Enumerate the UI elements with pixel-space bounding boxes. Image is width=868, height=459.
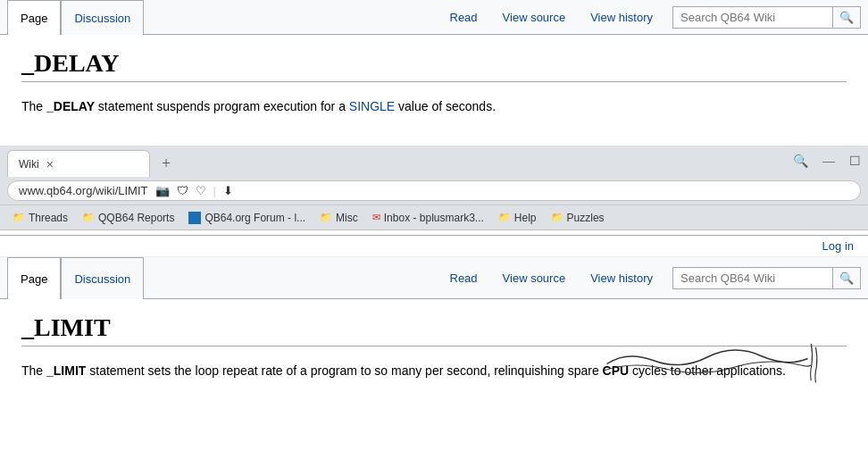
bookmark-inbox[interactable]: ✉ Inbox - bplusmark3... <box>367 210 489 226</box>
bg-action-view-source[interactable]: View source <box>490 0 579 34</box>
browser-bookmarks-bar: 📁 Threads 📁 QQB64 Reports QB64.org Forum… <box>0 204 868 230</box>
browser-tab-label: Wiki <box>19 158 39 171</box>
download-icon[interactable]: ⬇ <box>223 184 233 197</box>
address-bar[interactable]: www.qb64.org/wiki/LIMIT 📷 🛡 ♡ | ⬇ <box>7 180 861 201</box>
puzzles-icon: 📁 <box>551 212 563 223</box>
qb64forum-icon <box>188 212 201 224</box>
fg-search-box: 🔍 <box>672 267 861 289</box>
fg-wiki-page: Log in Page Discussion Read View source <box>0 235 868 402</box>
fg-action-read[interactable]: Read <box>438 257 490 298</box>
bg-tab-discussion[interactable]: Discussion <box>61 0 144 35</box>
search-control-icon[interactable]: 🔍 <box>793 154 808 169</box>
separator: | <box>213 184 216 197</box>
fg-page-label: Page <box>21 272 47 286</box>
help-icon: 📁 <box>498 212 511 223</box>
fg-keyword-limit: _LIMIT <box>46 363 86 378</box>
bookmark-qqb64-label: QQB64 Reports <box>98 212 174 224</box>
misc-icon: 📁 <box>320 212 332 223</box>
fg-discussion-label: Discussion <box>74 272 130 286</box>
bg-page-label: Page <box>21 12 47 25</box>
fg-action-view-source[interactable]: View source <box>490 257 579 298</box>
bg-discussion-label: Discussion <box>74 12 130 25</box>
bg-wiki-actions: Read View source View history 🔍 <box>438 0 869 34</box>
bookmark-qqb64[interactable]: 📁 QQB64 Reports <box>77 210 179 226</box>
bookmark-misc[interactable]: 📁 Misc <box>314 210 363 226</box>
signature-decoration <box>564 330 850 384</box>
heart-icon[interactable]: ♡ <box>196 184 206 197</box>
address-icons: 📷 🛡 ♡ | ⬇ <box>155 184 233 197</box>
fg-login-area: Log in <box>0 236 868 257</box>
bg-top-bar: Page Discussion Read View source View hi… <box>0 0 868 35</box>
fg-search-button[interactable]: 🔍 <box>833 267 861 289</box>
bg-wiki-content: _DELAY The _DELAY statement suspends pro… <box>0 35 868 138</box>
bg-search-box: 🔍 <box>672 6 861 29</box>
browser-tab-close[interactable]: × <box>46 157 54 171</box>
maximize-icon[interactable]: ☐ <box>849 154 861 169</box>
fg-top-bar: Page Discussion Read View source View hi… <box>0 257 868 299</box>
browser-new-tab-button[interactable]: + <box>154 151 179 176</box>
bg-action-read[interactable]: Read <box>438 0 490 34</box>
fg-login-link[interactable]: Log in <box>822 239 854 253</box>
browser-controls: 🔍 — ☐ <box>793 154 861 169</box>
bookmark-help-label: Help <box>514 212 537 224</box>
threads-icon: 📁 <box>13 212 25 223</box>
bg-action-view-history[interactable]: View history <box>578 0 665 34</box>
bookmark-threads[interactable]: 📁 Threads <box>7 210 73 226</box>
shield-icon[interactable]: 🛡 <box>177 184 188 197</box>
camera-icon[interactable]: 📷 <box>155 184 170 197</box>
bg-page-title: _DELAY <box>21 49 847 82</box>
bg-link-single[interactable]: SINGLE <box>349 99 395 113</box>
bookmark-puzzles-label: Puzzles <box>567 212 605 224</box>
bg-keyword-delay: _DELAY <box>46 99 95 113</box>
bookmark-misc-label: Misc <box>336 212 358 224</box>
bookmark-puzzles[interactable]: 📁 Puzzles <box>546 210 610 226</box>
qqb64-icon: 📁 <box>82 212 95 223</box>
fg-action-view-history[interactable]: View history <box>578 257 665 298</box>
bg-text-execution: execution <box>263 99 317 113</box>
bookmark-threads-label: Threads <box>29 212 68 224</box>
bg-page-description: The _DELAY statement suspends program ex… <box>21 96 847 116</box>
bookmark-help[interactable]: 📁 Help <box>493 210 542 226</box>
browser-chrome: Wiki × + 🔍 — ☐ www.qb64.org/wiki/LIMIT 📷… <box>0 146 868 230</box>
bg-tab-page[interactable]: Page <box>7 0 61 35</box>
bookmark-qb64forum[interactable]: QB64.org Forum - l... <box>183 210 311 226</box>
fg-wiki-actions: Read View source View history 🔍 <box>438 257 869 298</box>
bookmark-inbox-label: Inbox - bplusmark3... <box>384 212 484 224</box>
browser-tab-wiki[interactable]: Wiki × <box>7 150 150 177</box>
fg-wiki-tabs: Page Discussion <box>7 257 144 298</box>
minimize-icon[interactable]: — <box>822 154 835 169</box>
bg-wiki-tabs: Page Discussion <box>7 0 144 34</box>
signature-svg <box>564 330 850 384</box>
bg-search-input[interactable] <box>672 6 833 29</box>
bookmark-qb64forum-label: QB64.org Forum - l... <box>204 212 305 224</box>
bg-search-button[interactable]: 🔍 <box>833 6 861 29</box>
fg-tab-page[interactable]: Page <box>7 257 61 299</box>
browser-addressbar: www.qb64.org/wiki/LIMIT 📷 🛡 ♡ | ⬇ <box>0 177 868 204</box>
fg-search-input[interactable] <box>672 267 833 289</box>
address-text: www.qb64.org/wiki/LIMIT <box>19 184 148 197</box>
browser-titlebar: Wiki × + 🔍 — ☐ <box>0 146 868 177</box>
inbox-icon: ✉ <box>372 212 380 223</box>
fg-tab-discussion[interactable]: Discussion <box>61 257 144 299</box>
